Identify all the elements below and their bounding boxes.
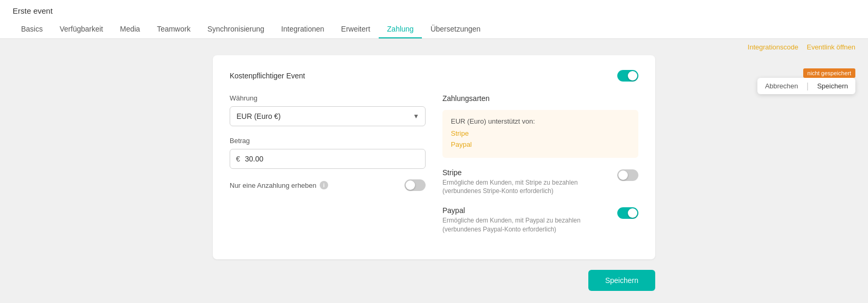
main-content: Kostenpflichtiger Event Währung EUR (Eur… bbox=[0, 55, 868, 303]
zahlungsarten-title: Zahlungsarten bbox=[442, 94, 638, 103]
paypal-desc: Ermögliche dem Kunden, mit Paypal zu bez… bbox=[442, 216, 609, 234]
kostenpflichtiger-label: Kostenpflichtiger Event bbox=[230, 72, 305, 80]
tab-basics[interactable]: Basics bbox=[13, 21, 51, 38]
betrag-input[interactable] bbox=[230, 149, 426, 169]
page-header: Erste event Basics Verfügbarkeit Media T… bbox=[0, 0, 868, 39]
tab-synchronisierung[interactable]: Synchronisierung bbox=[199, 21, 273, 38]
save-button-floating[interactable]: Speichern bbox=[810, 78, 855, 94]
eventlink-offnen-link[interactable]: Eventlink öffnen bbox=[807, 43, 855, 51]
wahrung-select[interactable]: EUR (Euro €) bbox=[230, 106, 426, 126]
page-title: Erste event bbox=[13, 6, 855, 15]
integrationscode-link[interactable]: Integrationscode bbox=[748, 43, 798, 51]
stripe-method: Stripe Ermögliche dem Kunden, mit Stripe… bbox=[442, 168, 638, 196]
paypal-toggle[interactable] bbox=[617, 207, 638, 219]
tab-zahlung[interactable]: Zahlung bbox=[379, 21, 422, 38]
paypal-name: Paypal bbox=[442, 206, 609, 215]
info-icon[interactable]: i bbox=[320, 181, 328, 189]
wahrung-select-wrapper: EUR (Euro €) ▼ bbox=[230, 106, 426, 126]
payment-provider-paypal: Paypal bbox=[451, 139, 630, 150]
tab-verfugbarkeit[interactable]: Verfügbarkeit bbox=[51, 21, 112, 38]
payment-info-box: EUR (Euro) unterstützt von: Stripe Paypa… bbox=[442, 110, 638, 158]
deposit-row: Nur eine Anzahlung erheben i bbox=[230, 179, 426, 191]
cancel-button[interactable]: Abbrechen bbox=[757, 78, 805, 94]
kostenpflichtiger-row: Kostenpflichtiger Event bbox=[230, 70, 638, 82]
not-saved-badge: nicht gespeichert bbox=[803, 68, 855, 78]
betrag-input-wrapper: € bbox=[230, 149, 426, 169]
tab-erweitert[interactable]: Erweitert bbox=[333, 21, 379, 38]
betrag-label: Betrag bbox=[230, 137, 426, 145]
settings-card: Kostenpflichtiger Event Währung EUR (Eur… bbox=[213, 55, 655, 259]
left-column: Währung EUR (Euro €) ▼ Betrag € Nur ein bbox=[230, 94, 426, 245]
payment-provider-stripe: Stripe bbox=[451, 128, 630, 139]
wahrung-label: Währung bbox=[230, 94, 426, 102]
payment-info-title: EUR (Euro) unterstützt von: bbox=[451, 117, 630, 125]
right-column: Zahlungsarten EUR (Euro) unterstützt von… bbox=[442, 94, 638, 245]
action-bar: Integrationscode Eventlink öffnen bbox=[0, 39, 868, 55]
tab-media[interactable]: Media bbox=[112, 21, 149, 38]
deposit-toggle[interactable] bbox=[405, 179, 426, 191]
tab-integrationen[interactable]: Integrationen bbox=[273, 21, 333, 38]
stripe-desc: Ermögliche dem Kunden, mit Stripe zu bez… bbox=[442, 178, 609, 196]
tab-teamwork[interactable]: Teamwork bbox=[149, 21, 199, 38]
floating-btn-group: Abbrechen | Speichern bbox=[757, 78, 855, 94]
tab-ubersetzungen[interactable]: Übersetzungen bbox=[422, 21, 489, 38]
divider: | bbox=[805, 82, 810, 91]
paypal-method: Paypal Ermögliche dem Kunden, mit Paypal… bbox=[442, 206, 638, 234]
deposit-label: Nur eine Anzahlung erheben i bbox=[230, 181, 328, 189]
two-col-layout: Währung EUR (Euro €) ▼ Betrag € Nur ein bbox=[230, 94, 638, 245]
save-button-main[interactable]: Speichern bbox=[588, 270, 655, 291]
bottom-bar: Speichern bbox=[213, 270, 655, 291]
stripe-toggle[interactable] bbox=[617, 169, 638, 181]
kostenpflichtiger-toggle[interactable] bbox=[617, 70, 638, 82]
floating-actions: nicht gespeichert Abbrechen | Speichern bbox=[757, 78, 855, 94]
nav-tabs: Basics Verfügbarkeit Media Teamwork Sync… bbox=[13, 21, 855, 38]
euro-prefix: € bbox=[236, 155, 240, 163]
stripe-name: Stripe bbox=[442, 168, 609, 177]
